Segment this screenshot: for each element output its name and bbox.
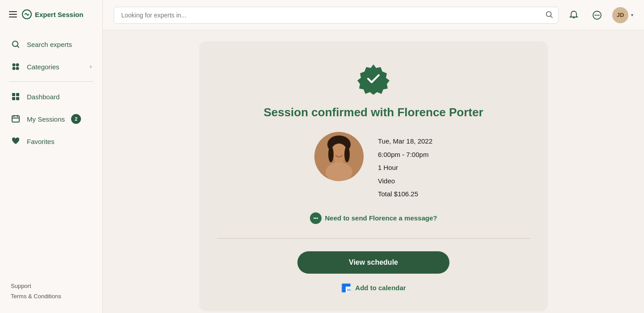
svg-point-5 [16, 67, 19, 70]
google-calendar-icon: 31 [341, 283, 352, 293]
svg-point-3 [16, 63, 19, 67]
message-link-text: Need to send Florence a message? [325, 214, 437, 222]
terms-link[interactable]: Terms & Conditions [11, 293, 92, 300]
svg-point-25 [317, 217, 318, 219]
confirmation-title: Session confirmed with Florence Porter [263, 106, 483, 119]
sessions-badge: 2 [71, 114, 81, 124]
svg-point-21 [328, 146, 334, 162]
expert-photo [314, 132, 364, 181]
page-content: Session confirmed with Florence Porter [103, 30, 644, 313]
topbar-actions: JD ▾ [566, 7, 633, 23]
svg-text:31: 31 [347, 288, 351, 292]
svg-rect-10 [12, 116, 19, 122]
sidebar: Expert Session Search experts [0, 0, 103, 313]
svg-point-23 [314, 217, 315, 219]
svg-rect-7 [16, 93, 19, 96]
logo[interactable]: Expert Session [21, 9, 83, 20]
svg-point-20 [326, 162, 352, 181]
sidebar-item-favorites[interactable]: Favorites [0, 130, 102, 152]
svg-rect-27 [342, 283, 351, 287]
messages-button[interactable] [589, 7, 605, 23]
user-avatar-button[interactable]: JD ▾ [612, 7, 633, 23]
confirmed-badge-icon [357, 63, 390, 95]
session-details-row: Tue, Mar 18, 2022 6:00pm - 7:00pm 1 Hour… [314, 132, 432, 200]
svg-point-15 [598, 14, 600, 16]
notifications-button[interactable] [566, 7, 582, 23]
svg-rect-28 [342, 287, 346, 292]
svg-point-14 [597, 14, 598, 16]
svg-point-22 [344, 146, 350, 162]
chevron-right-icon: › [90, 63, 92, 70]
svg-rect-8 [12, 97, 15, 100]
logo-icon [21, 9, 32, 20]
sidebar-footer: Support Terms & Conditions [0, 274, 102, 313]
svg-rect-9 [16, 97, 19, 100]
svg-point-2 [13, 63, 16, 67]
svg-point-13 [595, 14, 596, 16]
session-time: 6:00pm - 7:00pm [378, 149, 432, 161]
sidebar-item-my-sessions[interactable]: My Sessions 2 [0, 108, 102, 130]
search-button[interactable] [545, 10, 553, 20]
topbar: JD ▾ [103, 0, 644, 30]
search-input[interactable] [114, 7, 559, 24]
search-bar [114, 7, 559, 24]
confirmation-card: Session confirmed with Florence Porter [199, 41, 548, 311]
hamburger-button[interactable] [9, 11, 17, 17]
sidebar-item-categories[interactable]: Categories › [0, 55, 102, 78]
sidebar-item-label: Dashboard [27, 93, 59, 101]
categories-icon [11, 62, 21, 72]
nav-divider [9, 81, 93, 82]
session-total: Total $106.25 [378, 188, 432, 200]
session-date: Tue, Mar 18, 2022 [378, 135, 432, 147]
search-icon [11, 39, 21, 49]
sidebar-header: Expert Session [0, 0, 102, 29]
avatar: JD [612, 7, 628, 23]
dashboard-icon [11, 92, 21, 102]
support-link[interactable]: Support [11, 283, 92, 289]
sidebar-item-label: Categories [27, 63, 59, 71]
expert-name: Florence Porter [397, 106, 483, 119]
sidebar-item-label: My Sessions [27, 115, 65, 123]
add-calendar-text: Add to calendar [355, 284, 406, 292]
sessions-icon [11, 114, 21, 124]
divider [217, 238, 530, 239]
message-expert-link[interactable]: Need to send Florence a message? [310, 212, 437, 224]
add-calendar-link[interactable]: 31 Add to calendar [341, 283, 406, 293]
sidebar-item-label: Search experts [27, 41, 72, 48]
svg-rect-6 [12, 93, 15, 96]
sidebar-item-dashboard[interactable]: Dashboard [0, 85, 102, 108]
svg-point-4 [13, 67, 16, 70]
sidebar-navigation: Search experts Categories › [0, 29, 102, 274]
session-type: Video [378, 175, 432, 187]
svg-point-24 [315, 217, 316, 219]
heart-icon [11, 136, 21, 146]
view-schedule-button[interactable]: View schedule [297, 251, 449, 274]
message-icon [310, 212, 322, 224]
logo-text: Expert Session [35, 11, 83, 18]
session-info: Tue, Mar 18, 2022 6:00pm - 7:00pm 1 Hour… [378, 132, 432, 200]
chevron-down-icon: ▾ [631, 13, 633, 17]
sidebar-item-search-experts[interactable]: Search experts [0, 33, 102, 55]
session-duration: 1 Hour [378, 162, 432, 173]
main-area: JD ▾ Session confirmed with Florence Por… [103, 0, 644, 313]
sidebar-item-label: Favorites [27, 138, 55, 145]
title-prefix: Session confirmed with [263, 106, 397, 119]
